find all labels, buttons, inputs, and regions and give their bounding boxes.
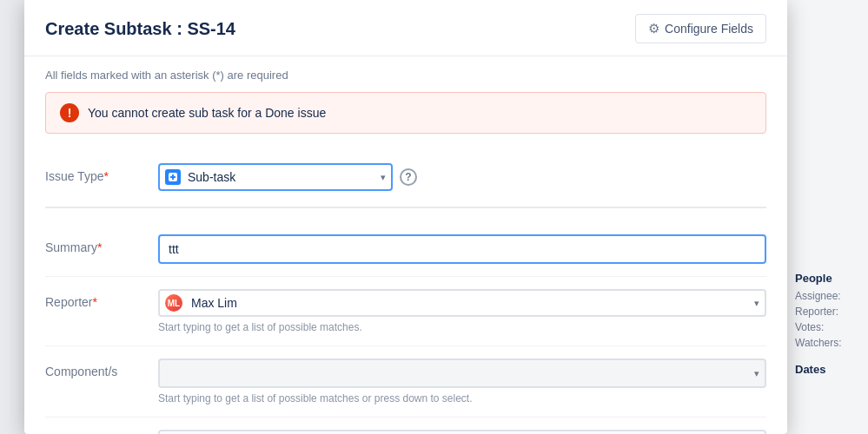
summary-row: Summary* xyxy=(45,222,766,276)
reporter-select-wrap: ML Max Lim ▾ xyxy=(158,289,766,317)
component-control: ▾ Start typing to get a list of possible… xyxy=(158,358,766,404)
modal-title: Create Subtask : SS-14 xyxy=(45,19,235,39)
reporter-label: Reporter: xyxy=(795,306,859,318)
component-select-wrap: ▾ xyxy=(158,358,766,388)
issue-type-select-wrap: Sub-task Bug Story Task ▾ xyxy=(158,163,393,191)
issue-type-help-icon[interactable]: ? xyxy=(400,168,417,186)
description-row: Description Style ▾ B I xyxy=(45,417,766,434)
summary-control xyxy=(158,234,766,264)
editor-toolbar: Style ▾ B I U A ▾ xyxy=(158,430,766,434)
modal-header: Create Subtask : SS-14 ⚙ Configure Field… xyxy=(24,0,787,56)
issue-type-row: Issue Type* Sub-task Bug xyxy=(45,151,766,203)
issue-type-label: Issue Type* xyxy=(45,163,158,183)
issue-type-control: Sub-task Bug Story Task ▾ ? xyxy=(158,163,766,191)
description-editor-wrap: Style ▾ B I U A ▾ xyxy=(158,430,766,434)
summary-label: Summary* xyxy=(45,234,158,254)
right-panel: People Assignee: Reporter: Votes: Watche… xyxy=(785,0,868,434)
reporter-label: Reporter* xyxy=(45,289,158,309)
watchers-label: Watchers: xyxy=(795,337,859,349)
summary-input[interactable] xyxy=(158,234,766,264)
assignee-label: Assignee: xyxy=(795,290,859,302)
error-banner: ! You cannot create sub task for a Done … xyxy=(45,92,766,134)
issue-type-input-row: Sub-task Bug Story Task ▾ ? xyxy=(158,163,766,191)
component-select[interactable] xyxy=(158,358,766,388)
issue-type-select[interactable]: Sub-task Bug Story Task xyxy=(158,163,393,191)
reporter-select[interactable]: Max Lim xyxy=(158,289,766,317)
error-message: You cannot create sub task for a Done is… xyxy=(88,106,326,120)
form-divider xyxy=(45,207,766,208)
configure-fields-button[interactable]: ⚙ Configure Fields xyxy=(635,14,766,43)
reporter-control: ML Max Lim ▾ Start typing to get a list … xyxy=(158,289,766,333)
people-section-title: People xyxy=(795,272,859,285)
bg-left-panel xyxy=(0,0,26,434)
votes-label: Votes: xyxy=(795,321,859,333)
component-row: Component/s ▾ Start typing to get a list… xyxy=(45,345,766,417)
subtask-icon xyxy=(165,169,181,185)
error-icon: ! xyxy=(60,103,79,122)
dates-section-title: Dates xyxy=(795,363,859,376)
gear-icon: ⚙ xyxy=(648,21,659,36)
reporter-row: Reporter* ML Max Lim ▾ Start typing to g… xyxy=(45,276,766,345)
configure-fields-label: Configure Fields xyxy=(665,22,753,36)
required-note: All fields marked with an asterisk (*) a… xyxy=(45,56,766,92)
description-label: Description xyxy=(45,430,158,434)
create-subtask-modal: Create Subtask : SS-14 ⚙ Configure Field… xyxy=(24,0,787,434)
reporter-hint: Start typing to get a list of possible m… xyxy=(158,321,766,333)
modal-body: All fields marked with an asterisk (*) a… xyxy=(24,56,787,434)
component-label: Component/s xyxy=(45,358,158,378)
reporter-avatar: ML xyxy=(165,294,182,312)
component-hint: Start typing to get a list of possible m… xyxy=(158,392,766,404)
